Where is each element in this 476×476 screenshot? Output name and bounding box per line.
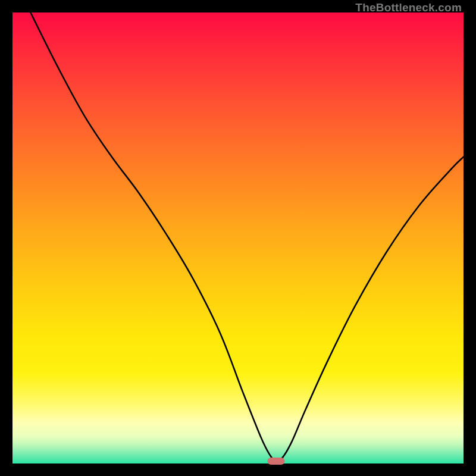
minimum-marker [268, 458, 285, 465]
watermark-text: TheBottleneck.com [355, 1, 462, 14]
bottleneck-curve [12, 12, 464, 464]
plot-area [12, 12, 464, 464]
chart-container: TheBottleneck.com [0, 0, 476, 476]
